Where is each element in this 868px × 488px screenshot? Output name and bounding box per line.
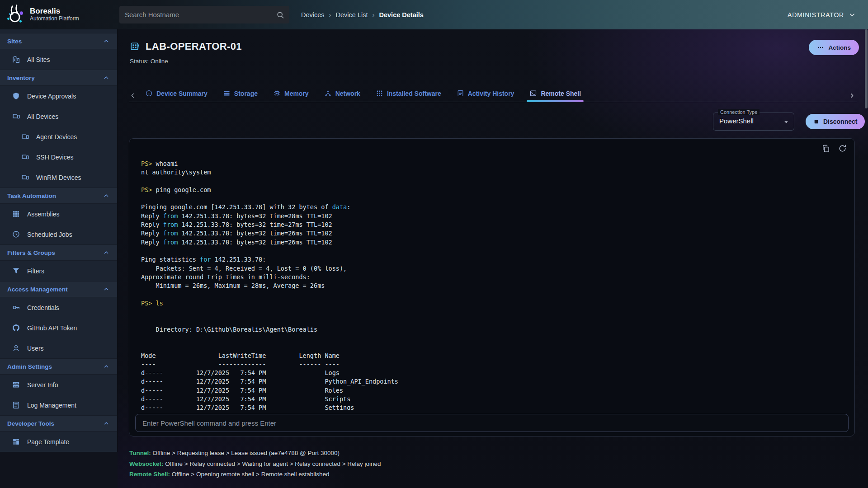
terminal-toolbar: [821, 144, 847, 153]
sidebar-item-credentials[interactable]: Credentials: [0, 297, 117, 318]
actions-button-label: Actions: [828, 44, 851, 51]
sidebar-item-assemblies[interactable]: Assemblies: [0, 204, 117, 224]
tabs-scroll-right-icon[interactable]: [848, 92, 856, 99]
server-icon: [12, 380, 20, 389]
tab-activity-history[interactable]: Activity History: [457, 89, 514, 101]
stop-icon: [813, 119, 819, 125]
shield-icon: [12, 92, 20, 100]
search-icon: [276, 10, 285, 19]
terminal-line: ---- ------------- ------ ----: [141, 360, 843, 369]
sidebar-item-users[interactable]: Users: [0, 338, 117, 358]
tab-network[interactable]: Network: [324, 89, 360, 101]
sidebar-section-label: Admin Settings: [7, 363, 52, 370]
terminal-line: Reply from 142.251.33.78: bytes=32 time=…: [141, 221, 843, 229]
connection-type-value: PowerShell: [719, 117, 754, 125]
sidebar-item-page-template[interactable]: Page Template: [0, 432, 117, 452]
devices-icon: [12, 112, 20, 121]
sidebar-section-task-automation[interactable]: Task Automation: [0, 188, 117, 204]
terminal-line: PS> ls: [141, 299, 843, 308]
disconnect-button[interactable]: Disconnect: [806, 114, 865, 129]
tab-label: Installed Software: [387, 90, 441, 97]
connection-type-select[interactable]: Connection Type PowerShell: [713, 113, 794, 131]
sidebar-section-developer-tools[interactable]: Developer Tools: [0, 415, 117, 432]
apps-icon: [376, 89, 383, 97]
caret-down-icon: [782, 118, 790, 126]
command-input[interactable]: [135, 414, 849, 432]
breadcrumb-item-device-list[interactable]: Device List: [336, 11, 368, 19]
breadcrumb-item-devices[interactable]: Devices: [301, 11, 325, 19]
tab-label: Network: [335, 90, 360, 97]
status-line-remote-shell: Remote Shell: Offline > Opening remote s…: [129, 469, 381, 480]
brand[interactable]: Borealis Automation Platform: [5, 4, 79, 24]
brand-name: Borealis: [30, 7, 79, 15]
disconnect-button-label: Disconnect: [823, 118, 857, 125]
sidebar-item-label: Agent Devices: [36, 133, 77, 141]
sidebar-item-agent-devices[interactable]: Agent Devices: [0, 127, 117, 147]
tab-label: Device Summary: [156, 90, 208, 97]
tabs-scroll-left-icon[interactable]: [129, 92, 137, 99]
more-icon: [817, 44, 824, 51]
grid-icon: [12, 210, 20, 218]
terminal-line: Directory: D:\Github\Borealis\Agent\Bore…: [141, 325, 843, 334]
sidebar-section-inventory[interactable]: Inventory: [0, 70, 117, 86]
sidebar-item-all-devices[interactable]: All Devices: [0, 106, 117, 127]
devices-icon: [21, 153, 29, 161]
search-input[interactable]: [119, 11, 276, 19]
sidebar-section-label: Sites: [7, 38, 22, 45]
sidebar-item-server-info[interactable]: Server Info: [0, 375, 117, 395]
sidebar-item-all-sites[interactable]: All Sites: [0, 49, 117, 70]
sidebar-item-log-management[interactable]: Log Management: [0, 395, 117, 415]
sidebar-section-admin-settings[interactable]: Admin Settings: [0, 358, 117, 375]
user-menu-label: ADMINISTRATOR: [788, 11, 844, 19]
app-window: Borealis Automation Platform Devices›Dev…: [0, 0, 868, 488]
device-chip-icon: [130, 42, 140, 52]
sidebar-section-access-management[interactable]: Access Management: [0, 281, 117, 297]
page-scrollbar-thumb[interactable]: [865, 29, 868, 108]
tab-storage[interactable]: Storage: [223, 89, 258, 101]
sidebar-item-label: All Devices: [27, 113, 58, 120]
terminal-line: Ping statistics for 142.251.33.78:: [141, 255, 843, 264]
main-content: LAB-OPERATOR-01 Status: Online Actions D…: [118, 29, 868, 488]
tab-bar: Device SummaryStorageMemoryNetworkInstal…: [129, 89, 857, 102]
sidebar-item-label: Scheduled Jobs: [27, 231, 72, 238]
terminal-line: PS> whoami: [141, 160, 843, 168]
sidebar-item-filters[interactable]: Filters: [0, 261, 117, 281]
device-name: LAB-OPERATOR-01: [146, 41, 242, 52]
tab-memory[interactable]: Memory: [273, 89, 309, 101]
sidebar-section-filters-groups[interactable]: Filters & Groups: [0, 244, 117, 261]
top-bar: Borealis Automation Platform Devices›Dev…: [0, 0, 868, 29]
terminal-line: d----- 12/7/2025 7:54 PM Settings: [141, 404, 843, 410]
sidebar-item-github-api-token[interactable]: GitHub API Token: [0, 318, 117, 338]
device-title-row: LAB-OPERATOR-01: [130, 41, 242, 52]
actions-button[interactable]: Actions: [809, 40, 859, 55]
device-status: Status: Online: [130, 58, 168, 65]
chevron-up-icon: [103, 249, 110, 256]
sidebar-section-label: Access Management: [7, 286, 68, 293]
terminal-output[interactable]: PS> whoamint authority\systemPS> ping go…: [129, 139, 854, 410]
sidebar-item-device-approvals[interactable]: Device Approvals: [0, 86, 117, 106]
tab-remote-shell[interactable]: Remote Shell: [529, 89, 581, 101]
refresh-icon[interactable]: [838, 144, 847, 153]
connection-type-label: Connection Type: [718, 109, 760, 115]
terminal-line: Packets: Sent = 4, Received = 4, Lost = …: [141, 264, 843, 273]
tab-installed-software[interactable]: Installed Software: [376, 89, 441, 101]
sidebar-item-label: GitHub API Token: [27, 324, 77, 332]
terminal-line: [141, 194, 843, 203]
terminal-line: Reply from 142.251.33.78: bytes=32 time=…: [141, 238, 843, 247]
sidebar-item-winrm-devices[interactable]: WinRM Devices: [0, 167, 117, 188]
tab-device-summary[interactable]: Device Summary: [145, 89, 208, 101]
chevron-up-icon: [103, 192, 110, 199]
sidebar-item-scheduled-jobs[interactable]: Scheduled Jobs: [0, 224, 117, 244]
terminal-line: PS> ping google.com: [141, 186, 843, 194]
copy-icon[interactable]: [821, 144, 830, 153]
chevron-up-icon: [103, 420, 110, 427]
chevron-up-icon: [103, 74, 110, 81]
terminal-line: [141, 334, 843, 343]
status-line-websocket: Websocket: Offline > Relay connected > W…: [129, 459, 381, 469]
sidebar-item-label: SSH Devices: [36, 154, 73, 161]
tab-label: Activity History: [468, 90, 514, 97]
terminal-panel: PS> whoamint authority\systemPS> ping go…: [129, 138, 855, 436]
sidebar-item-ssh-devices[interactable]: SSH Devices: [0, 147, 117, 167]
user-menu[interactable]: ADMINISTRATOR: [788, 0, 856, 29]
sidebar-section-sites[interactable]: Sites: [0, 33, 117, 49]
